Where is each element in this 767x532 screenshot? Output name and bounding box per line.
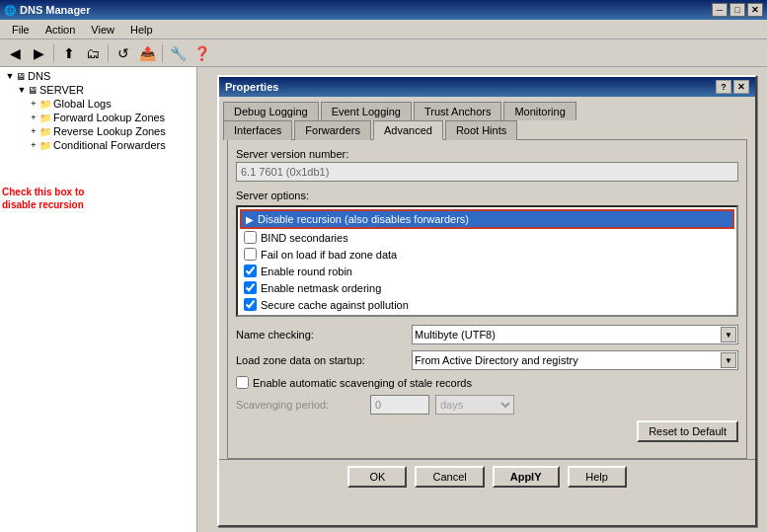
tab-debug-logging[interactable]: Debug Logging [223,102,319,120]
dns-icon: 🖥 [16,71,26,82]
apply-button[interactable]: ApplY [493,466,560,488]
ok-button[interactable]: OK [347,466,407,488]
option-bind-secondaries-checkbox[interactable] [244,231,257,244]
server-options-group: Server options: ▶ Disable recursion (als… [236,190,738,317]
properties-button[interactable]: 🔧 [167,42,189,64]
content-area: Properties ? ✕ Debug Logging Event Loggi… [197,67,767,532]
tab-trust-anchors[interactable]: Trust Anchors [414,102,501,120]
menu-action[interactable]: Action [38,22,84,38]
global-logs-label: Global Logs [53,98,112,110]
refresh-button[interactable]: ↺ [113,42,134,64]
toolbar: ◀ ▶ ⬆ 🗂 ↺ 📤 🔧 ❓ [0,39,767,67]
tree-server-children: + 📁 Global Logs + 📁 Forward Lookup Zones… [14,97,194,152]
tree-item-global-logs[interactable]: + 📁 Global Logs [26,97,194,111]
conditional-icon: 📁 [39,140,51,151]
server-label: SERVER [39,84,84,96]
dialog-title-label: Properties [225,81,278,93]
dialog-help-button[interactable]: ? [716,80,731,94]
menu-view[interactable]: View [83,22,122,38]
scavenging-period-row: Scavenging period: days [236,395,738,415]
conditional-label: Conditional Forwarders [53,139,166,151]
expand-dns: ▼ [4,71,16,81]
scavenging-unit-select: days [435,395,514,415]
expand-server: ▼ [16,85,28,95]
show-hide-button[interactable]: 🗂 [82,42,104,64]
toolbar-separator-1 [53,44,54,62]
reverse-icon: 📁 [39,126,51,137]
load-zone-label: Load zone data on startup: [236,354,404,366]
options-list: ▶ Disable recursion (also disables forwa… [236,205,738,317]
tree-item-dns[interactable]: ▼ 🖥 DNS [2,69,194,83]
load-zone-row: Load zone data on startup: From Active D… [236,350,738,370]
help-toolbar-button[interactable]: ❓ [191,42,212,64]
dialog-title-bar: Properties ? ✕ [219,77,755,97]
scavenging-period-label: Scavenging period: [236,399,364,411]
tree-children: ▼ 🖥 SERVER + 📁 Global Logs + 📁 Forward L… [2,83,194,152]
title-bar: 🌐 DNS Manager ─ □ ✕ [0,0,767,20]
cancel-button[interactable]: Cancel [415,466,484,488]
tab-interfaces[interactable]: Interfaces [223,120,292,140]
option-round-robin-checkbox[interactable] [244,265,257,277]
up-button[interactable]: ⬆ [58,42,80,64]
option-bind-secondaries[interactable]: BIND secondaries [240,229,734,246]
option-fail-on-load-checkbox[interactable] [244,248,257,261]
scavenging-checkbox-row: Enable automatic scavenging of stale rec… [236,376,738,389]
load-zone-select[interactable]: From Active Directory and registry From … [412,350,738,370]
tab-monitoring[interactable]: Monitoring [503,102,575,120]
properties-dialog: Properties ? ✕ Debug Logging Event Loggi… [217,75,757,527]
reset-to-default-button[interactable]: Reset to Default [637,420,738,442]
name-checking-select[interactable]: Multibyte (UTF8) Strict RFC (ANSI) Non R… [412,325,738,344]
dialog-footer: OK Cancel ApplY Help [219,459,755,494]
expand-conditional: + [28,140,39,150]
minimize-button[interactable]: ─ [712,3,728,17]
export-button[interactable]: 📤 [136,42,158,64]
back-button[interactable]: ◀ [4,42,26,64]
name-checking-row: Name checking: Multibyte (UTF8) Strict R… [236,325,738,344]
expand-forward: + [28,113,39,122]
option-disable-recursion[interactable]: ▶ Disable recursion (also disables forwa… [240,209,734,229]
option-secure-cache-checkbox[interactable] [244,298,257,311]
tab-advanced[interactable]: Advanced [373,120,443,140]
option-netmask-ordering[interactable]: Enable netmask ordering [240,279,734,296]
scavenging-period-input [370,395,429,415]
title-bar-label: DNS Manager [20,4,91,16]
menu-file[interactable]: File [4,22,38,38]
server-version-label: Server version number: [236,148,738,160]
option-fail-on-load[interactable]: Fail on load if bad zone data [240,246,734,263]
forward-button[interactable]: ▶ [28,42,49,64]
help-button[interactable]: Help [568,466,627,488]
option-fail-on-load-label: Fail on load if bad zone data [261,249,397,261]
main-area: ▼ 🖥 DNS ▼ 🖥 SERVER + 📁 Global Logs [0,67,767,532]
dialog-title-buttons: ? ✕ [716,80,749,94]
expand-global-logs: + [28,99,39,109]
server-options-label: Server options: [236,190,738,201]
tab-root-hints[interactable]: Root Hints [445,120,517,140]
tab-forwarders[interactable]: Forwarders [294,120,371,140]
tree-item-server[interactable]: ▼ 🖥 SERVER [14,83,194,97]
tree-item-conditional[interactable]: + 📁 Conditional Forwarders [26,138,194,152]
option-netmask-ordering-checkbox[interactable] [244,281,257,294]
scavenging-checkbox[interactable] [236,376,249,389]
toolbar-separator-2 [108,44,109,62]
option-round-robin[interactable]: Enable round robin [240,263,734,279]
option-secure-cache-label: Secure cache against pollution [261,299,409,311]
expand-reverse: + [28,126,39,136]
menu-help[interactable]: Help [122,22,161,38]
close-button[interactable]: ✕ [747,3,763,17]
app-icon: 🌐 [4,5,16,16]
menu-bar: File Action View Help [0,20,767,39]
tree-item-reverse[interactable]: + 📁 Reverse Lookup Zones [26,124,194,138]
sidebar: ▼ 🖥 DNS ▼ 🖥 SERVER + 📁 Global Logs [0,67,197,532]
tabs-row-1: Debug Logging Event Logging Trust Anchor… [223,101,751,119]
server-version-input [236,162,738,182]
option-round-robin-label: Enable round robin [261,266,352,277]
server-version-group: Server version number: [236,148,738,182]
option-netmask-ordering-label: Enable netmask ordering [261,282,381,294]
tree-item-forward[interactable]: + 📁 Forward Lookup Zones [26,111,194,124]
name-checking-select-wrapper: Multibyte (UTF8) Strict RFC (ANSI) Non R… [412,325,738,344]
maximize-button[interactable]: □ [729,3,745,17]
tab-event-logging[interactable]: Event Logging [321,102,412,120]
option-secure-cache[interactable]: Secure cache against pollution [240,296,734,313]
global-logs-icon: 📁 [39,99,51,110]
dialog-close-button[interactable]: ✕ [733,80,749,94]
